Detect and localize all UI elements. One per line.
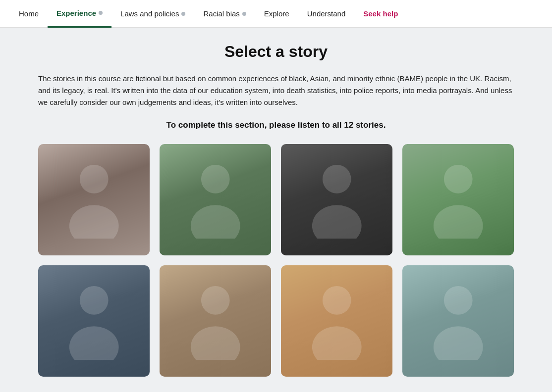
svg-point-4 [323,165,351,194]
story-card-7[interactable] [281,265,392,377]
story-photo-2 [160,144,271,255]
nav-label-home: Home [19,9,39,18]
story-card-6[interactable] [160,265,271,377]
nav-item-racial-bias[interactable]: Racial bias [194,0,255,28]
svg-point-15 [434,326,483,360]
svg-point-3 [191,205,240,239]
story-photo-1 [38,144,150,255]
svg-point-14 [444,286,473,315]
nav-item-explore[interactable]: Explore [255,0,298,28]
story-photo-3 [281,144,392,255]
svg-point-11 [191,326,240,360]
svg-point-12 [323,286,351,315]
story-card-5[interactable] [38,265,150,377]
page-title: Select a story [23,43,529,61]
nav-item-experience[interactable]: Experience [48,0,111,28]
svg-point-13 [312,326,362,360]
svg-point-9 [69,326,119,360]
story-photo-8 [402,265,514,377]
nav-item-laws-and-policies[interactable]: Laws and policies [111,0,194,28]
svg-point-5 [312,205,362,239]
main-content: Select a story The stories in this cours… [13,28,539,392]
svg-point-8 [80,286,109,315]
svg-point-7 [434,205,483,239]
nav-label-explore: Explore [264,9,289,18]
nav-dot-experience [99,11,103,15]
story-card-3[interactable] [281,144,392,255]
svg-point-6 [444,165,473,194]
story-card-8[interactable] [402,265,514,377]
story-photo-4 [402,144,514,255]
story-photo-7 [281,265,392,377]
description-text: The stories in this course are fictional… [38,73,514,108]
instruction-text: To complete this section, please listen … [23,120,529,130]
svg-point-1 [69,205,119,239]
nav-item-understand[interactable]: Understand [298,0,355,28]
story-photo-5 [38,265,150,377]
main-nav: HomeExperienceLaws and policiesRacial bi… [0,0,552,28]
nav-dot-laws-and-policies [181,12,185,16]
svg-point-10 [201,286,230,315]
nav-label-understand: Understand [307,9,346,18]
nav-label-racial-bias: Racial bias [203,9,239,18]
story-card-2[interactable] [160,144,271,255]
story-photo-6 [160,265,271,377]
svg-point-2 [201,165,230,194]
nav-label-seek-help: Seek help [363,9,398,18]
svg-point-0 [80,165,109,194]
nav-label-laws-and-policies: Laws and policies [120,9,179,18]
nav-dot-racial-bias [242,12,246,16]
nav-item-home[interactable]: Home [10,0,48,28]
story-card-1[interactable] [38,144,150,255]
nav-item-seek-help[interactable]: Seek help [354,0,407,28]
nav-label-experience: Experience [56,9,96,17]
story-card-4[interactable] [402,144,514,255]
story-grid [38,144,514,377]
